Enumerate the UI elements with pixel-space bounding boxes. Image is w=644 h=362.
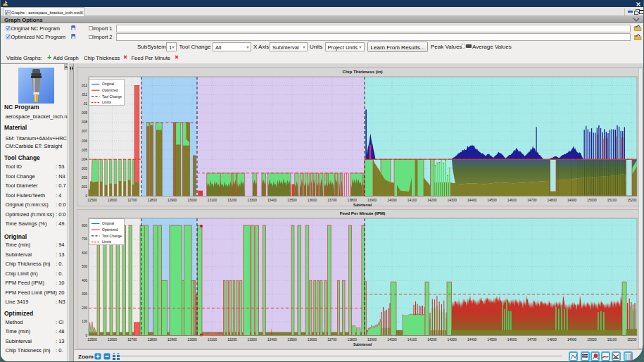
svg-text:14500: 14500 xyxy=(487,338,497,342)
svg-text:14600: 14600 xyxy=(507,338,517,342)
svg-text:13800: 13800 xyxy=(348,199,358,202)
svg-text:14200: 14200 xyxy=(427,199,437,202)
svg-text:13300: 13300 xyxy=(248,199,258,202)
svg-text:700: 700 xyxy=(82,237,87,241)
svg-text:14800: 14800 xyxy=(548,338,557,342)
svg-text:600: 600 xyxy=(82,251,87,255)
svg-text:.006: .006 xyxy=(81,139,87,143)
svg-text:14000: 14000 xyxy=(387,199,397,202)
svg-text:200: 200 xyxy=(82,306,87,310)
svg-text:0: 0 xyxy=(85,334,87,337)
svg-text:.003: .003 xyxy=(81,167,87,170)
svg-text:.01: .01 xyxy=(83,102,88,106)
svg-text:14700: 14700 xyxy=(527,338,537,342)
svg-text:14900: 14900 xyxy=(567,338,577,342)
svg-text:100: 100 xyxy=(82,320,87,323)
svg-text:12900: 12900 xyxy=(168,338,177,342)
svg-text:.012: .012 xyxy=(81,84,87,87)
svg-text:13000: 13000 xyxy=(187,199,197,202)
svg-text:.004: .004 xyxy=(81,158,87,161)
svg-text:15100: 15100 xyxy=(607,338,617,342)
svg-text:300: 300 xyxy=(82,292,87,296)
svg-text:14000: 14000 xyxy=(387,338,397,342)
svg-text:Original: Original xyxy=(102,221,114,225)
svg-text:12900: 12900 xyxy=(168,199,177,202)
svg-text:.009: .009 xyxy=(81,111,87,115)
svg-text:Subinterval: Subinterval xyxy=(353,204,372,206)
svg-text:13700: 13700 xyxy=(327,338,337,342)
svg-text:13400: 13400 xyxy=(267,338,277,342)
svg-text:12500: 12500 xyxy=(87,338,97,342)
svg-text:14900: 14900 xyxy=(567,199,577,202)
svg-text:13500: 13500 xyxy=(287,199,297,202)
svg-text:13300: 13300 xyxy=(248,338,258,342)
svg-text:Limits: Limits xyxy=(102,239,112,244)
svg-text:14400: 14400 xyxy=(467,338,477,342)
svg-text:12700: 12700 xyxy=(127,199,137,202)
svg-text:14300: 14300 xyxy=(448,199,457,202)
svg-text:14200: 14200 xyxy=(427,338,437,342)
svg-text:14400: 14400 xyxy=(467,199,477,202)
svg-text:Limits: Limits xyxy=(102,100,112,104)
svg-text:Tool Change: Tool Change xyxy=(102,234,122,238)
svg-text:.001: .001 xyxy=(81,185,87,189)
svg-text:0: 0 xyxy=(85,194,87,198)
svg-text:13000: 13000 xyxy=(187,338,197,342)
svg-text:12800: 12800 xyxy=(148,338,158,342)
svg-text:12800: 12800 xyxy=(148,199,158,202)
svg-text:14100: 14100 xyxy=(408,199,417,202)
svg-text:15200: 15200 xyxy=(627,338,637,342)
svg-text:15100: 15100 xyxy=(607,199,617,202)
svg-text:13100: 13100 xyxy=(208,338,217,342)
svg-text:13500: 13500 xyxy=(287,338,297,342)
svg-text:12600: 12600 xyxy=(108,199,118,202)
svg-text:13800: 13800 xyxy=(348,338,358,342)
svg-text:15200: 15200 xyxy=(627,199,637,202)
svg-text:14100: 14100 xyxy=(408,338,417,342)
svg-text:13600: 13600 xyxy=(308,338,317,342)
svg-text:14800: 14800 xyxy=(548,199,557,202)
svg-text:Optimized: Optimized xyxy=(102,227,118,232)
svg-text:800: 800 xyxy=(82,224,87,227)
svg-text:.007: .007 xyxy=(81,130,87,133)
svg-text:13400: 13400 xyxy=(267,199,277,202)
svg-text:.008: .008 xyxy=(81,120,87,124)
svg-text:13700: 13700 xyxy=(327,199,337,202)
svg-text:13900: 13900 xyxy=(367,199,377,202)
svg-text:Original: Original xyxy=(102,82,114,86)
svg-text:14500: 14500 xyxy=(487,199,497,202)
svg-text:Chip Thickness (in): Chip Thickness (in) xyxy=(342,69,382,74)
svg-text:Subinterval: Subinterval xyxy=(353,343,372,347)
svg-text:14700: 14700 xyxy=(527,199,537,202)
svg-text:500: 500 xyxy=(82,265,87,268)
svg-text:13200: 13200 xyxy=(227,338,237,342)
svg-text:.002: .002 xyxy=(81,176,87,180)
svg-text:400: 400 xyxy=(82,279,87,282)
svg-text:15000: 15000 xyxy=(587,199,597,202)
svg-text:13200: 13200 xyxy=(227,199,237,202)
svg-text:Optimized: Optimized xyxy=(102,88,118,92)
svg-text:14300: 14300 xyxy=(448,338,457,342)
svg-text:12500: 12500 xyxy=(87,199,97,202)
svg-text:13100: 13100 xyxy=(208,199,217,202)
svg-text:14600: 14600 xyxy=(507,199,517,202)
svg-text:Feed Per Minute (IPM): Feed Per Minute (IPM) xyxy=(340,211,386,216)
svg-text:.011: .011 xyxy=(81,93,87,96)
svg-text:Tool Change: Tool Change xyxy=(102,94,122,99)
svg-text:12700: 12700 xyxy=(127,338,137,342)
svg-text:12600: 12600 xyxy=(108,338,118,342)
svg-text:13600: 13600 xyxy=(308,199,317,202)
svg-text:13900: 13900 xyxy=(367,338,377,342)
svg-text:.005: .005 xyxy=(81,149,87,152)
svg-text:15000: 15000 xyxy=(587,338,597,342)
